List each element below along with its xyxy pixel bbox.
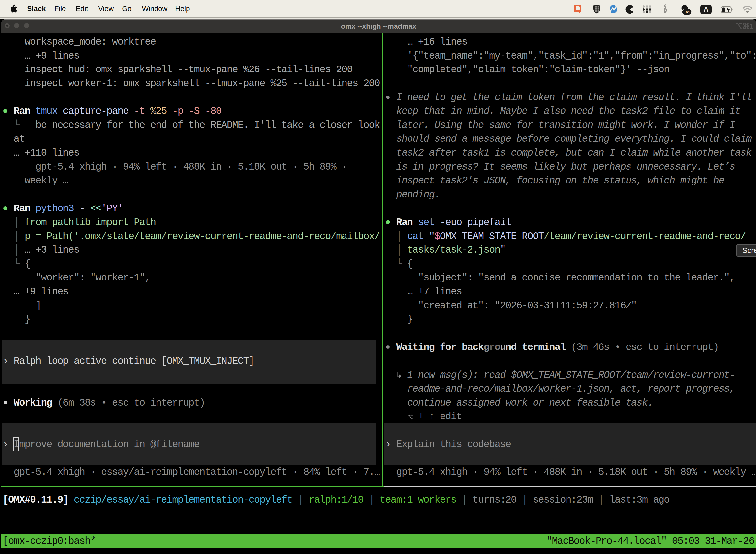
svg-text:..61: ..61: [684, 10, 690, 14]
